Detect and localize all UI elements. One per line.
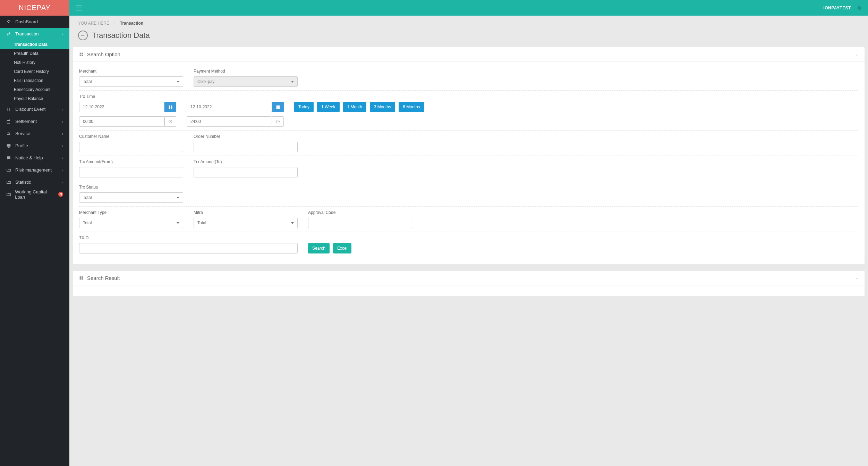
breadcrumb-prefix: YOU ARE HERE — [78, 21, 109, 26]
order-number-input[interactable] — [194, 142, 298, 152]
grid-icon — [79, 52, 84, 57]
arrow-left-icon: ← — [80, 32, 86, 39]
time-to-picker-button[interactable] — [272, 116, 284, 127]
time-to-input[interactable] — [187, 116, 272, 127]
sidebar-sub-beneficiary-account[interactable]: Beneficiary Account — [0, 85, 69, 94]
trx-status-select[interactable]: Total — [79, 192, 183, 203]
txid-input[interactable] — [79, 243, 298, 253]
svg-rect-18 — [80, 278, 81, 280]
sidebar-item-notice-help[interactable]: Notice & Help ‹ — [0, 152, 69, 164]
transfer-icon — [6, 32, 12, 36]
trx-status-label: Trx Status — [79, 185, 183, 190]
sidebar-item-label: Profile — [15, 143, 28, 148]
sidebar-item-discount-event[interactable]: Discount Event ‹ — [0, 103, 69, 115]
nav-sub-label: Beneficiary Account — [14, 87, 50, 92]
sidebar-item-label: DashBoard — [15, 19, 38, 24]
sidebar-item-profile[interactable]: Profile ‹ — [0, 140, 69, 152]
select-value: Total — [83, 79, 92, 84]
user-label[interactable]: IONPAYTEST — [823, 6, 851, 10]
breadcrumb: YOU ARE HERE › Transaction — [78, 21, 859, 26]
sidebar-item-service[interactable]: Service ‹ — [0, 127, 69, 140]
sidebar-sub-noti-history[interactable]: Noti History — [0, 58, 69, 67]
menu-toggle-icon[interactable] — [76, 6, 82, 10]
customer-name-input[interactable] — [79, 142, 183, 152]
sidebar-sub-card-event-history[interactable]: Card Event History — [0, 67, 69, 76]
svg-rect-7 — [171, 105, 172, 107]
clock-icon — [168, 119, 172, 124]
gear-icon[interactable] — [856, 5, 862, 11]
chevron-left-icon: ‹ — [62, 144, 63, 148]
sidebar-sub-preauth-data[interactable]: Preauth Data — [0, 49, 69, 58]
payment-method-label: Payment Method — [194, 69, 298, 74]
caret-down-icon — [177, 222, 179, 224]
sidebar-item-label: Settlement — [15, 119, 37, 124]
chevron-left-icon: ‹ — [62, 132, 63, 136]
trx-amount-from-input[interactable] — [79, 167, 183, 177]
svg-point-0 — [8, 132, 9, 133]
sidebar-item-label: Notice & Help — [15, 155, 43, 160]
date-to-input[interactable] — [187, 102, 272, 112]
time-from-picker-button[interactable] — [164, 116, 176, 127]
quick-6months-button[interactable]: 6 Months — [399, 102, 424, 112]
merchant-type-select[interactable]: Total — [79, 218, 183, 228]
sidebar-item-statistic[interactable]: Statistic ‹ — [0, 176, 69, 188]
chevron-down-icon[interactable]: ⌄ — [855, 276, 858, 280]
sidebar-sub-transaction-data[interactable]: Transaction Data — [0, 40, 69, 49]
sidebar-item-transaction[interactable]: Transaction ‹ — [0, 28, 69, 40]
sidebar: DashBoard Transaction ‹ Transaction Data… — [0, 16, 69, 303]
sidebar-item-working-capital-loan[interactable]: Working Capital Loan N — [0, 188, 69, 200]
quick-1month-button[interactable]: 1 Month — [343, 102, 366, 112]
order-number-label: Order Number — [194, 134, 298, 139]
search-button[interactable]: Search — [308, 243, 330, 253]
svg-rect-5 — [82, 55, 83, 56]
trx-amount-to-input[interactable] — [194, 167, 298, 177]
trx-amount-to-label: Trx Amount(To) — [194, 159, 298, 164]
quick-today-button[interactable]: Today — [294, 102, 314, 112]
sidebar-item-label: Transaction — [15, 31, 39, 36]
sidebar-item-dashboard[interactable]: DashBoard — [0, 16, 69, 28]
search-result-panel: Search Result ⌄ — [73, 271, 865, 296]
select-value: Total — [197, 220, 206, 225]
grid-icon — [79, 276, 84, 280]
folder-icon — [6, 180, 12, 185]
nav-sub-label: Card Event History — [14, 69, 49, 74]
merchant-select[interactable]: Total — [79, 76, 183, 87]
chevron-down-icon[interactable]: ⌄ — [855, 52, 858, 57]
customer-name-label: Customer Name — [79, 134, 183, 139]
date-to-picker-button[interactable] — [272, 102, 284, 112]
svg-rect-8 — [169, 107, 170, 109]
chevron-left-icon: ‹ — [62, 180, 63, 184]
sidebar-sub-payout-balance[interactable]: Payout Balance — [0, 94, 69, 103]
back-button[interactable]: ← — [78, 31, 88, 40]
clock-icon — [276, 119, 280, 124]
users-icon — [6, 131, 12, 136]
panel-title: Search Option — [87, 51, 120, 57]
svg-rect-6 — [169, 105, 170, 107]
svg-rect-3 — [82, 53, 83, 54]
app-logo[interactable]: NICEPAY — [0, 0, 69, 16]
svg-rect-13 — [276, 107, 278, 109]
mitra-label: Mitra — [194, 210, 298, 215]
date-from-picker-button[interactable] — [164, 102, 176, 112]
chevron-left-icon: ‹ — [62, 119, 63, 124]
sidebar-item-settlement[interactable]: Settlement ‹ — [0, 115, 69, 127]
caret-down-icon — [291, 222, 294, 224]
sidebar-sub-fail-transaction[interactable]: Fail Transaction — [0, 76, 69, 85]
folder-icon — [6, 168, 12, 173]
payment-method-select[interactable]: Click-pay — [194, 76, 298, 87]
date-from-input[interactable] — [79, 102, 164, 112]
time-from-input[interactable] — [79, 116, 164, 127]
breadcrumb-current: Transaction — [120, 21, 143, 26]
quick-1week-button[interactable]: 1 Week — [317, 102, 339, 112]
sidebar-item-risk-management[interactable]: Risk management ‹ — [0, 164, 69, 176]
sidebar-item-label: Service — [15, 131, 30, 136]
txid-label: TXID — [79, 235, 298, 240]
chevron-left-icon: ‹ — [62, 156, 63, 160]
svg-rect-12 — [278, 105, 280, 107]
quick-3months-button[interactable]: 3 Months — [370, 102, 395, 112]
approval-code-input[interactable] — [308, 218, 412, 228]
svg-rect-9 — [171, 107, 172, 109]
excel-button[interactable]: Excel — [333, 243, 351, 253]
svg-point-1 — [9, 132, 10, 133]
mitra-select[interactable]: Total — [194, 218, 298, 228]
